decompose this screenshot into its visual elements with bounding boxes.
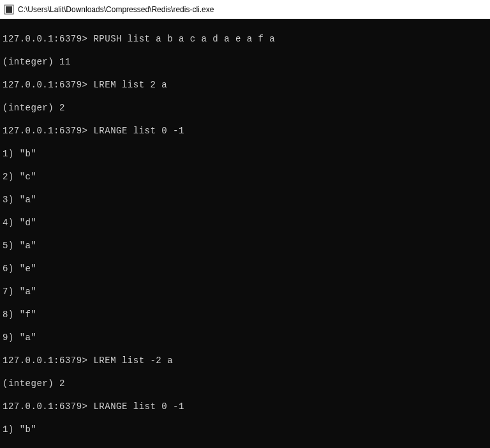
terminal-line: 9) "a" [3,332,487,343]
terminal-line: 127.0.0.1:6379> RPUSH list a b a c a d a… [3,33,487,45]
svg-rect-1 [6,6,12,13]
terminal-line: 127.0.0.1:6379> LRANGE list 0 -1 [3,125,487,137]
terminal-line: 4) "d" [3,217,487,228]
terminal-line: 1) "b" [3,148,487,160]
terminal-line: (integer) 11 [3,56,487,68]
terminal-line: 1) "b" [3,424,487,435]
terminal-line: 3) "a" [3,194,487,205]
terminal-window: C:\Users\Lalit\Downloads\Compressed\Redi… [0,0,490,448]
terminal-line: 8) "f" [3,309,487,320]
terminal-line: 127.0.0.1:6379> LREM list -2 a [3,355,487,366]
app-icon [4,4,14,15]
terminal-line: 7) "a" [3,286,487,297]
window-title: C:\Users\Lalit\Downloads\Compressed\Redi… [18,5,214,14]
terminal-body[interactable]: 127.0.0.1:6379> RPUSH list a b a c a d a… [0,19,490,448]
terminal-line: 2) "c" [3,171,487,183]
terminal-line: 127.0.0.1:6379> LRANGE list 0 -1 [3,401,487,412]
terminal-line: (integer) 2 [3,378,487,389]
terminal-line: 127.0.0.1:6379> LREM list 2 a [3,79,487,91]
terminal-line: (integer) 2 [3,102,487,114]
titlebar[interactable]: C:\Users\Lalit\Downloads\Compressed\Redi… [0,0,490,19]
terminal-line: 5) "a" [3,240,487,251]
terminal-line: 6) "e" [3,263,487,274]
